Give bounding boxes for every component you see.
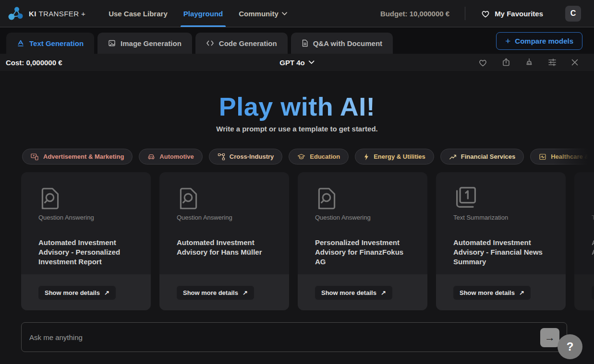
page-title: Play with AI! bbox=[0, 91, 594, 122]
share-icon bbox=[501, 58, 511, 67]
cost-label: Cost: 0,000000 € bbox=[6, 59, 62, 67]
broom-icon bbox=[524, 58, 534, 67]
tab-image-generation[interactable]: Image Generation bbox=[97, 33, 192, 54]
brand-name: KI TRANSFER + bbox=[29, 10, 85, 18]
user-avatar[interactable]: C bbox=[565, 6, 581, 22]
model-selector[interactable]: GPT 4o bbox=[279, 59, 315, 67]
sliders-icon bbox=[547, 58, 557, 67]
text-summarization-icon bbox=[453, 186, 478, 211]
use-case-card[interactable]: Question Answering Personalized Investme… bbox=[298, 172, 427, 310]
session-toolbar: Cost: 0,000000 € GPT 4o bbox=[0, 54, 594, 71]
arrow-up-right-icon: ↗ bbox=[381, 289, 386, 296]
app-root: KI TRANSFER + Use Case Library Playgroun… bbox=[0, 0, 594, 364]
card-footer: Show more details ↗ bbox=[436, 274, 566, 310]
use-case-card-partial[interactable]: Text Summarization Automated Investment … bbox=[574, 172, 594, 310]
category-chip-advertisement-marketing[interactable]: Advertisement & Marketing bbox=[22, 149, 133, 164]
chevron-down-icon bbox=[282, 12, 287, 15]
graduation-cap-icon bbox=[297, 153, 305, 160]
card-title: Personalized Investment Advisory for Fin… bbox=[315, 238, 416, 267]
prompt-input[interactable] bbox=[22, 323, 567, 352]
use-case-card[interactable]: Text Summarization Automated Investment … bbox=[436, 172, 566, 310]
arrow-up-right-icon: ↗ bbox=[519, 289, 524, 296]
show-more-details-button[interactable]: Show more details ↗ bbox=[38, 286, 116, 300]
question-answering-icon bbox=[177, 186, 201, 211]
card-category: Text Summarization bbox=[592, 214, 594, 221]
budget-label: Budget: 10,000000 € bbox=[380, 10, 449, 18]
org-chart-icon bbox=[218, 153, 225, 161]
send-button[interactable]: → bbox=[540, 328, 559, 347]
close-icon bbox=[570, 58, 579, 67]
show-more-details-button[interactable]: Show more details ↗ bbox=[315, 286, 392, 300]
heart-icon bbox=[481, 9, 490, 18]
nav-item-use-case-library[interactable]: Use Case Library bbox=[109, 0, 168, 27]
plus-icon: + bbox=[505, 36, 510, 46]
molecule-logo-icon bbox=[8, 6, 24, 21]
category-chip-education[interactable]: Education bbox=[289, 149, 349, 164]
my-favourites-button[interactable]: My Favourites bbox=[481, 9, 543, 18]
car-icon bbox=[147, 153, 155, 160]
text-icon bbox=[17, 39, 24, 47]
tab-code-generation[interactable]: Code Generation bbox=[195, 33, 288, 54]
close-session-button[interactable] bbox=[570, 58, 579, 67]
brand-logo[interactable]: KI TRANSFER + bbox=[8, 6, 85, 21]
nav-item-community[interactable]: Community bbox=[239, 0, 287, 27]
page-subtitle: Write a prompt or use a template to get … bbox=[0, 125, 594, 133]
favourite-session-button[interactable] bbox=[478, 58, 488, 67]
compare-models-button[interactable]: + Compare models bbox=[496, 32, 582, 50]
card-footer: Show more details ↗ bbox=[21, 274, 151, 310]
image-icon bbox=[108, 39, 116, 47]
card-title: Automated Investment Advisory for bbox=[592, 238, 594, 257]
card-footer: Show more details ↗ bbox=[298, 274, 427, 310]
card-category: Question Answering bbox=[38, 214, 94, 221]
show-more-details-button[interactable]: Show more details ↗ bbox=[592, 286, 594, 300]
category-chip-energy-utilities[interactable]: Energy & Utilities bbox=[355, 149, 434, 164]
clear-button[interactable] bbox=[524, 58, 534, 67]
card-title: Automated Investment Advisory for Hans M… bbox=[177, 238, 278, 257]
card-footer: Show more details ↗ bbox=[159, 274, 289, 310]
tab-bar: Text Generation Image Generation Code Ge… bbox=[0, 27, 594, 54]
category-filter-row: Advertisement & Marketing Automotive bbox=[0, 149, 594, 164]
main-nav: Use Case Library Playground Community bbox=[109, 0, 287, 27]
arrow-up-right-icon: ↗ bbox=[242, 289, 248, 296]
ads-icon bbox=[31, 153, 39, 161]
category-chip-financial-services[interactable]: Financial Services bbox=[440, 149, 524, 164]
card-title: Automated Investment Advisory - Financia… bbox=[453, 238, 554, 267]
trend-up-icon bbox=[449, 153, 457, 160]
arrow-right-icon: → bbox=[545, 331, 555, 344]
card-category: Question Answering bbox=[177, 214, 232, 221]
category-chip-healthcare-life-science[interactable]: Healthcare & Life Science bbox=[530, 149, 594, 164]
health-chart-icon bbox=[539, 153, 546, 161]
prompt-composer: → bbox=[21, 322, 567, 352]
use-case-card[interactable]: Question Answering Automated Investment … bbox=[159, 172, 289, 310]
category-chip-automotive[interactable]: Automotive bbox=[139, 149, 203, 164]
tab-qa-with-document[interactable]: Q&A with Document bbox=[291, 33, 393, 54]
text-summarization-icon bbox=[592, 186, 594, 211]
top-nav: KI TRANSFER + Use Case Library Playgroun… bbox=[0, 0, 594, 27]
chevron-down-icon bbox=[309, 60, 315, 64]
show-more-details-button[interactable]: Show more details ↗ bbox=[177, 286, 254, 300]
nav-divider bbox=[465, 7, 465, 20]
playground-panel: Play with AI! Write a prompt or use a te… bbox=[0, 71, 594, 364]
use-case-card-row: Question Answering Automated Investment … bbox=[0, 172, 594, 310]
heart-icon bbox=[478, 58, 488, 67]
question-answering-icon bbox=[315, 186, 339, 211]
card-category: Question Answering bbox=[315, 214, 371, 221]
code-icon bbox=[206, 40, 214, 47]
question-mark-icon: ? bbox=[567, 340, 574, 353]
category-chip-cross-industry[interactable]: Cross-Industry bbox=[209, 149, 282, 164]
share-button[interactable] bbox=[501, 58, 511, 67]
card-footer: Show more details ↗ bbox=[574, 274, 594, 310]
help-button[interactable]: ? bbox=[558, 334, 582, 359]
show-more-details-button[interactable]: Show more details ↗ bbox=[453, 286, 531, 300]
toolbar-actions bbox=[478, 58, 579, 67]
nav-right: Budget: 10,000000 € My Favourites C bbox=[380, 6, 581, 22]
use-case-card[interactable]: Question Answering Automated Investment … bbox=[21, 172, 151, 310]
question-answering-icon bbox=[38, 186, 62, 211]
bolt-icon bbox=[364, 153, 369, 161]
tab-text-generation[interactable]: Text Generation bbox=[6, 33, 94, 54]
card-category: Text Summarization bbox=[453, 214, 508, 221]
settings-button[interactable] bbox=[547, 58, 557, 67]
nav-item-playground[interactable]: Playground bbox=[183, 0, 223, 27]
document-icon bbox=[302, 39, 308, 47]
arrow-up-right-icon: ↗ bbox=[104, 289, 109, 296]
